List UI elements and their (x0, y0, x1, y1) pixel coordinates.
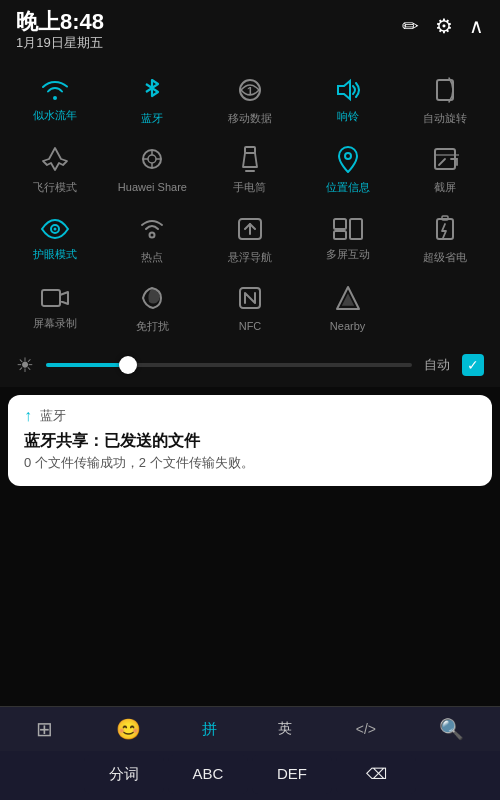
qs-item-wifi[interactable]: 似水流年 (8, 66, 102, 131)
keyboard-search-icon[interactable]: 🔍 (431, 713, 472, 745)
qs-nfc-label: NFC (239, 320, 262, 333)
qs-item-screen-record[interactable]: 屏幕录制 (8, 274, 102, 339)
power-save-icon (434, 215, 456, 247)
settings-icon[interactable]: ⚙ (435, 14, 453, 38)
wifi-icon (41, 79, 69, 105)
qs-item-screenshot[interactable]: 截屏 (398, 135, 492, 200)
keyboard-pinyin-btn[interactable]: 拼 (196, 716, 223, 743)
svg-point-10 (53, 227, 56, 230)
qs-item-airplane[interactable]: 飞行模式 (8, 135, 102, 200)
notification-header: ↑ 蓝牙 (24, 407, 476, 425)
notification-bt-icon: ↑ (24, 407, 32, 425)
svg-point-7 (345, 153, 351, 159)
brightness-icon: ☀ (16, 353, 34, 377)
keyboard-eng-btn[interactable]: 英 (270, 716, 300, 742)
keyboard-emoji-icon[interactable]: 😊 (108, 713, 149, 745)
qs-item-dnd[interactable]: 免打扰 (106, 274, 200, 339)
edit-icon[interactable]: ✏ (402, 14, 419, 38)
qs-item-floating-nav[interactable]: 悬浮导航 (203, 205, 297, 270)
qs-item-auto-rotate[interactable]: 自动旋转 (398, 66, 492, 131)
quick-settings-grid: 似水流年 蓝牙 1 移动数据 (8, 66, 492, 339)
qs-multiscreen-label: 多屏互动 (326, 248, 370, 261)
eye-care-icon (40, 218, 70, 244)
location-icon (337, 145, 359, 177)
qs-volume-label: 响铃 (337, 110, 359, 123)
qs-item-hotspot[interactable]: 热点 (106, 205, 200, 270)
brightness-fill (46, 363, 127, 367)
qs-eye-care-label: 护眼模式 (33, 248, 77, 261)
keyboard-key-backspace[interactable]: ⌫ (336, 755, 416, 794)
huawei-share-icon (138, 145, 166, 177)
svg-rect-18 (42, 290, 60, 306)
keyboard-rows: 分词 ABC DEF ⌫ (0, 751, 500, 800)
svg-point-5 (148, 155, 156, 163)
nearby-icon (334, 284, 362, 316)
notification-body: 0 个文件传输成功，2 个文件传输失败。 (24, 454, 476, 472)
notification-title: 蓝牙共享：已发送的文件 (24, 431, 476, 452)
qs-location-label: 位置信息 (326, 181, 370, 194)
status-time: 晚上8:48 (16, 10, 104, 34)
qs-flashlight-label: 手电筒 (233, 181, 266, 194)
dnd-icon (139, 284, 165, 316)
status-icons: ✏ ⚙ ∧ (402, 10, 484, 38)
notification-app-name: 蓝牙 (40, 407, 66, 425)
auto-rotate-icon (431, 76, 459, 108)
brightness-thumb[interactable] (119, 356, 137, 374)
nfc-icon (236, 284, 264, 316)
brightness-bar: ☀ 自动 ✓ (0, 347, 500, 387)
qs-hotspot-label: 热点 (141, 251, 163, 264)
keyboard-key-abc[interactable]: ABC (168, 755, 248, 794)
svg-rect-16 (437, 219, 453, 239)
qs-item-huawei-share[interactable]: Huawei Share (106, 135, 200, 200)
qs-item-eye-care[interactable]: 护眼模式 (8, 205, 102, 270)
keyboard-code-icon[interactable]: </> (348, 717, 384, 741)
quick-settings-panel: 似水流年 蓝牙 1 移动数据 (0, 56, 500, 347)
qs-item-location[interactable]: 位置信息 (301, 135, 395, 200)
qs-dnd-label: 免打扰 (136, 320, 169, 333)
qs-item-power-save[interactable]: 超级省电 (398, 205, 492, 270)
qs-item-bluetooth[interactable]: 蓝牙 (106, 66, 200, 131)
qs-nearby-label: Nearby (330, 320, 365, 333)
qs-item-flashlight[interactable]: 手电筒 (203, 135, 297, 200)
svg-point-11 (150, 232, 155, 237)
keyboard-key-def[interactable]: DEF (252, 755, 332, 794)
keyboard-toolbar: ⊞ 😊 拼 英 </> 🔍 (0, 706, 500, 751)
brightness-slider[interactable] (46, 363, 412, 367)
qs-screen-record-label: 屏幕录制 (33, 317, 77, 330)
collapse-icon[interactable]: ∧ (469, 14, 484, 38)
hotspot-icon (138, 215, 166, 247)
volume-icon (334, 78, 362, 106)
keyboard-key-fenci[interactable]: 分词 (84, 755, 164, 794)
keyboard-area: ⊞ 😊 拼 英 </> 🔍 分词 ABC DEF ⌫ (0, 706, 500, 800)
screenshot-icon (431, 145, 459, 177)
flashlight-icon (240, 145, 260, 177)
bluetooth-icon (142, 76, 162, 108)
keyboard-row-1: 分词 ABC DEF ⌫ (4, 755, 496, 794)
brightness-auto-label: 自动 (424, 356, 450, 374)
qs-item-nfc[interactable]: NFC (203, 274, 297, 339)
qs-screenshot-label: 截屏 (434, 181, 456, 194)
qs-power-save-label: 超级省电 (423, 251, 467, 264)
screen-record-icon (40, 287, 70, 313)
status-bar: 晚上8:48 1月19日星期五 ✏ ⚙ ∧ (0, 0, 500, 56)
qs-item-volume[interactable]: 响铃 (301, 66, 395, 131)
qs-item-nearby[interactable]: Nearby (301, 274, 395, 339)
brightness-auto-toggle[interactable]: ✓ (462, 354, 484, 376)
qs-mobile-data-label: 移动数据 (228, 112, 272, 125)
status-left: 晚上8:48 1月19日星期五 (16, 10, 104, 52)
qs-empty-cell (398, 274, 492, 339)
svg-rect-14 (334, 231, 346, 239)
qs-bluetooth-label: 蓝牙 (141, 112, 163, 125)
status-date: 1月19日星期五 (16, 34, 104, 52)
svg-marker-21 (343, 295, 353, 305)
qs-item-mobile-data[interactable]: 1 移动数据 (203, 66, 297, 131)
qs-huawei-share-label: Huawei Share (118, 181, 187, 194)
svg-rect-3 (437, 80, 453, 100)
svg-marker-2 (338, 81, 350, 99)
qs-item-multiscreen[interactable]: 多屏互动 (301, 205, 395, 270)
svg-rect-15 (350, 219, 362, 239)
keyboard-grid-icon[interactable]: ⊞ (28, 713, 61, 745)
notification-card[interactable]: ↑ 蓝牙 蓝牙共享：已发送的文件 0 个文件传输成功，2 个文件传输失败。 (8, 395, 492, 486)
qs-airplane-label: 飞行模式 (33, 181, 77, 194)
svg-rect-13 (334, 219, 346, 229)
